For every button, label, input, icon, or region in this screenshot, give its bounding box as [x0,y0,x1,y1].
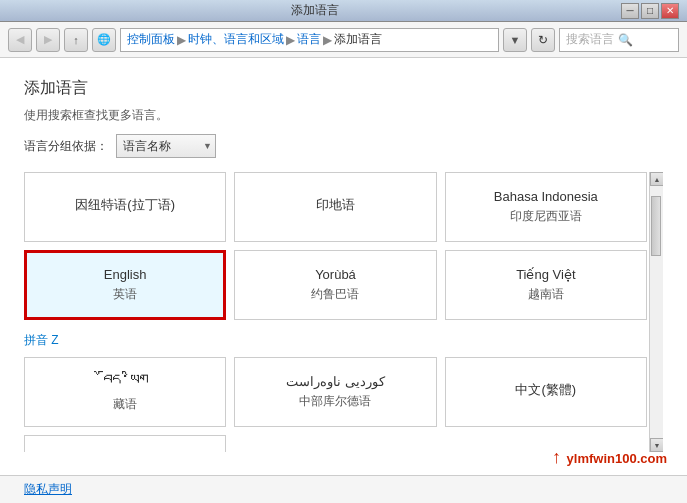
lang-native-tibetan: བོད་ཡིག [103,371,148,392]
language-grid-z: བོད་ཡིག 藏语 كوردیی ناوەراست 中部库尔德语 中文(繁體)… [24,357,663,452]
main-content: 添加语言 使用搜索框查找更多语言。 语言分组依据： 语言名称 因纽特语(拉丁语)… [0,58,687,475]
search-placeholder: 搜索语言 [566,31,614,48]
filter-label: 语言分组依据： [24,138,108,155]
lang-card-yoruba[interactable]: Yorùbá 约鲁巴语 [234,250,436,320]
title-bar-text: 添加语言 [8,2,621,19]
lang-card-inuktitut[interactable]: 因纽特语(拉丁语) [24,172,226,242]
scroll-down-button[interactable]: ▼ [650,438,663,452]
address-path[interactable]: 控制面板 ▶ 时钟、语言和区域 ▶ 语言 ▶ 添加语言 [120,28,499,52]
title-bar: 添加语言 ─ □ ✕ [0,0,687,22]
path-current: 添加语言 [334,31,382,48]
lang-native-english: English [104,267,147,282]
lang-card-chinese-simp[interactable]: 中文(简体) [24,435,226,452]
refresh-button[interactable]: ↻ [531,28,555,52]
privacy-link[interactable]: 隐私声明 [24,481,72,498]
lang-native-yoruba: Yorùbá [315,267,356,282]
scroll-thumb[interactable] [651,196,661,256]
scroll-up-button[interactable]: ▲ [650,172,663,186]
path-sep-3: ▶ [323,33,332,47]
lang-chinese-vietnamese: 越南语 [528,286,564,303]
page-subtitle: 使用搜索框查找更多语言。 [24,107,663,124]
path-language[interactable]: 语言 [297,31,321,48]
forward-button[interactable]: ▶ [36,28,60,52]
lang-card-english[interactable]: English 英语 [24,250,226,320]
path-sep-1: ▶ [177,33,186,47]
path-sep-2: ▶ [286,33,295,47]
minimize-button[interactable]: ─ [621,3,639,19]
up-button[interactable]: ↑ [64,28,88,52]
path-controlpanel[interactable]: 控制面板 [127,31,175,48]
lang-chinese-english: 英语 [113,286,137,303]
back-button[interactable]: ◀ [8,28,32,52]
section-header-z: 拼音 Z ∧ [24,332,663,349]
lang-card-vietnamese[interactable]: Tiếng Việt 越南语 [445,250,647,320]
lang-chinese-yoruba: 约鲁巴语 [311,286,359,303]
lang-chinese-indonesian: 印度尼西亚语 [510,208,582,225]
lang-card-hindi[interactable]: 印地语 [234,172,436,242]
lang-native-indonesian: Bahasa Indonesia [494,189,598,204]
lang-native-hindi: 印地语 [316,196,355,214]
language-scroll-area: 因纽特语(拉丁语) 印地语 Bahasa Indonesia 印度尼西亚语 En… [24,172,663,452]
lang-chinese-kurdish: 中部库尔德语 [299,393,371,410]
language-grid-y: 因纽特语(拉丁语) 印地语 Bahasa Indonesia 印度尼西亚语 En… [24,172,663,320]
search-icon: 🔍 [618,33,633,47]
globe-icon: 🌐 [92,28,116,52]
lang-card-indonesian[interactable]: Bahasa Indonesia 印度尼西亚语 [445,172,647,242]
scroll-track [650,186,663,438]
filter-select[interactable]: 语言名称 [116,134,216,158]
lang-native-vietnamese: Tiếng Việt [516,267,575,282]
maximize-button[interactable]: □ [641,3,659,19]
dropdown-arrow[interactable]: ▼ [503,28,527,52]
section-label-z: 拼音 Z [24,332,59,349]
lang-card-tibetan[interactable]: བོད་ཡིག 藏语 [24,357,226,427]
lang-native-kurdish: كوردیی ناوەراست [286,374,385,389]
address-bar: ◀ ▶ ↑ 🌐 控制面板 ▶ 时钟、语言和区域 ▶ 语言 ▶ 添加语言 ▼ ↻ … [0,22,687,58]
lang-native-chinese-trad: 中文(繁體) [515,381,576,399]
filter-row: 语言分组依据： 语言名称 [24,134,663,158]
lang-card-chinese-trad[interactable]: 中文(繁體) [445,357,647,427]
lang-chinese-tibetan: 藏语 [113,396,137,413]
filter-select-wrapper[interactable]: 语言名称 [116,134,216,158]
title-controls: ─ □ ✕ [621,3,679,19]
path-clock[interactable]: 时钟、语言和区域 [188,31,284,48]
lang-card-kurdish[interactable]: كوردیی ناوەراست 中部库尔德语 [234,357,436,427]
lang-native-inuktitut: 因纽特语(拉丁语) [75,196,175,214]
search-box[interactable]: 搜索语言 🔍 [559,28,679,52]
close-button[interactable]: ✕ [661,3,679,19]
page-title: 添加语言 [24,78,663,99]
vertical-scrollbar[interactable]: ▲ ▼ [649,172,663,452]
bottom-bar: 隐私声明 [0,475,687,503]
